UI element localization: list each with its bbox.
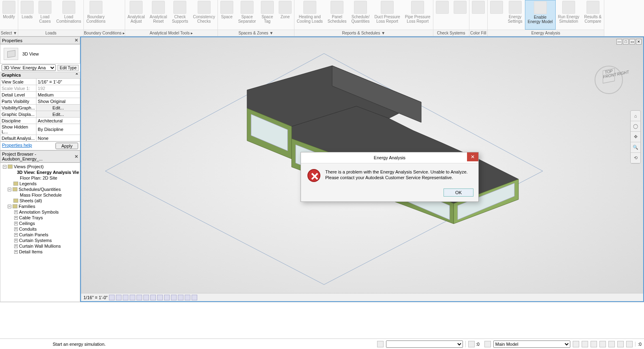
tree-item[interactable]: −Schedules/Quantities xyxy=(1,186,79,192)
ribbon-button[interactable]: Loads xyxy=(18,0,36,30)
nav-zoom-icon[interactable]: 🔍 xyxy=(631,142,640,153)
viewport-3d[interactable]: — □ ▭ ✕ xyxy=(80,36,644,302)
tree-expander-icon[interactable]: − xyxy=(8,205,11,208)
tree-item[interactable]: +Curtain Systems xyxy=(1,238,79,243)
viewport-minimize-icon[interactable]: — xyxy=(616,39,622,45)
tree-item[interactable]: Legends xyxy=(1,181,79,186)
ribbon-button[interactable]: LoadCases xyxy=(36,0,54,30)
prop-value[interactable]: Medium xyxy=(36,92,80,98)
sb-cloud-icon[interactable] xyxy=(591,341,597,347)
viewport-cascade-icon[interactable]: ▭ xyxy=(629,39,635,45)
viewport-close-icon[interactable]: ✕ xyxy=(636,39,642,45)
tree-expander-icon[interactable]: + xyxy=(14,250,18,254)
nav-orbit-icon[interactable]: ⟲ xyxy=(631,153,640,163)
prop-value[interactable]: Edit... xyxy=(36,105,80,111)
sb-editable-icon[interactable] xyxy=(573,341,579,347)
ribbon-group-label[interactable]: Loads xyxy=(18,30,83,36)
ribbon-button[interactable]: Heating andCooling Loads xyxy=(294,0,325,30)
dialog-titlebar[interactable]: Energy Analysis ✕ xyxy=(301,152,478,163)
ribbon-group-label[interactable]: Check Systems xyxy=(433,30,469,36)
apply-button[interactable]: Apply xyxy=(55,143,78,149)
nav-pan-icon[interactable]: ✥ xyxy=(631,132,640,142)
tree-expander-icon[interactable]: + xyxy=(14,216,18,220)
tree-item[interactable]: 3D View: Energy Analysis Vie xyxy=(1,169,79,175)
tree-item[interactable]: Sheets (all) xyxy=(1,198,79,203)
ribbon-button[interactable]: PanelSchedules xyxy=(325,0,349,30)
sb-sync-icon[interactable] xyxy=(582,341,588,347)
view-instance-selector[interactable]: 3D View: Energy Ana xyxy=(2,64,56,71)
sb-select-icon[interactable] xyxy=(468,341,475,347)
vb-temp-hide-icon[interactable] xyxy=(164,295,170,300)
tree-item[interactable]: +Cable Trays xyxy=(1,215,79,221)
tree-item[interactable]: +Ceilings xyxy=(1,221,79,226)
ribbon-button[interactable]: ConsistencyChecks xyxy=(190,0,217,30)
ribbon-button[interactable]: Space xyxy=(218,0,236,30)
ribbon-button[interactable] xyxy=(433,0,451,30)
vb-analytical-icon[interactable] xyxy=(185,295,190,300)
tree-expander-icon[interactable]: + xyxy=(14,222,18,225)
tree-expander-icon[interactable]: + xyxy=(14,227,18,231)
vb-render-icon[interactable] xyxy=(136,295,142,300)
sb-select-toggle-2[interactable] xyxy=(608,341,615,347)
sb-filter-icon[interactable] xyxy=(484,341,491,347)
ribbon-button[interactable]: Schedule/Quantities xyxy=(349,0,372,30)
properties-help-link[interactable]: Properties help xyxy=(2,143,32,149)
ribbon-button[interactable]: Modify xyxy=(0,0,18,30)
prop-value[interactable]: Edit... xyxy=(36,111,80,118)
sb-workset-selector[interactable]: Main Model xyxy=(493,340,570,348)
edit-type-button[interactable]: Edit Type xyxy=(58,65,79,71)
tree-item[interactable]: +Conduits xyxy=(1,226,79,232)
vb-reveal-icon[interactable] xyxy=(171,295,177,300)
vb-visual-style-icon[interactable] xyxy=(116,295,122,300)
viewport-maximize-icon[interactable]: □ xyxy=(623,39,629,45)
tree-expander-icon[interactable]: + xyxy=(14,239,18,242)
tree-item[interactable]: −Families xyxy=(1,203,79,209)
ribbon-group-label[interactable]: Reports & Schedules ▼ xyxy=(294,30,433,36)
ribbon-button[interactable]: Pipe PressureLoss Report xyxy=(403,0,433,30)
sb-select-toggle-3[interactable] xyxy=(617,341,624,347)
vb-crop-icon[interactable] xyxy=(143,295,149,300)
tree-expander-icon[interactable]: − xyxy=(8,188,11,191)
tree-item[interactable]: −Views (Project) xyxy=(1,164,79,169)
tree-expander-icon[interactable]: − xyxy=(3,165,6,169)
sb-link-icon[interactable] xyxy=(377,341,384,347)
vb-shadows-icon[interactable] xyxy=(130,295,135,300)
vb-crop-region-icon[interactable] xyxy=(150,295,156,300)
dialog-close-button[interactable]: ✕ xyxy=(467,152,478,161)
nav-wheel-icon[interactable]: ◯ xyxy=(631,121,640,132)
tree-item[interactable]: Mass Floor Schedule xyxy=(1,192,79,198)
ribbon-group-label[interactable]: Select ▼ xyxy=(0,30,18,36)
view-scale-label[interactable]: 1/16" = 1'-0" xyxy=(83,295,108,300)
project-browser[interactable]: −Views (Project)3D View: Energy Analysis… xyxy=(0,163,80,302)
ribbon-button[interactable]: AnalyticalReset xyxy=(147,0,170,30)
ribbon-button[interactable]: LoadCombinations xyxy=(54,0,83,30)
tree-expander-icon[interactable]: + xyxy=(14,244,18,248)
ribbon-group-label[interactable]: Energy Analysis xyxy=(488,30,604,36)
tree-item[interactable]: +Detail Items xyxy=(1,249,79,255)
nav-home-icon[interactable]: ⌂ xyxy=(631,111,640,121)
ribbon-button[interactable]: EnergySettings xyxy=(505,0,525,30)
vb-sun-icon[interactable] xyxy=(123,295,128,300)
ribbon-button[interactable]: Duct PressureLoss Report xyxy=(372,0,403,30)
sb-select-toggle-1[interactable] xyxy=(599,341,606,347)
prop-value[interactable]: 1/16" = 1'-0" xyxy=(36,79,80,85)
tree-item[interactable]: +Annotation Symbols xyxy=(1,209,79,215)
ribbon-button[interactable]: Zone xyxy=(276,0,294,30)
tree-item[interactable]: +Curtain Panels xyxy=(1,232,79,238)
type-selector[interactable]: 3D View xyxy=(0,44,80,64)
ribbon-group-label[interactable]: Color Fill xyxy=(469,30,487,36)
ribbon-button[interactable] xyxy=(488,0,505,30)
ribbon-group-label[interactable]: Boundary Conditions ▸ xyxy=(84,30,125,36)
prop-value[interactable]: Architectural xyxy=(36,118,80,124)
viewcube[interactable]: TOP FRONT RIGHT xyxy=(591,62,627,98)
ribbon-button[interactable]: BoundaryConditions xyxy=(84,0,108,30)
properties-close-icon[interactable]: ✕ xyxy=(75,38,78,43)
vb-highlight-icon[interactable] xyxy=(192,295,197,300)
dialog-ok-button[interactable]: OK xyxy=(444,188,473,197)
vb-constraints-icon[interactable] xyxy=(178,295,183,300)
ribbon-button[interactable]: EnableEnergy Model xyxy=(525,0,556,30)
ribbon-button[interactable]: SpaceTag xyxy=(258,0,276,30)
ribbon-group-label[interactable]: Analytical Model Tools ▸ xyxy=(125,30,218,36)
graphics-group-header[interactable]: Graphics⌃ xyxy=(0,72,80,78)
browser-close-icon[interactable]: ✕ xyxy=(75,154,78,159)
